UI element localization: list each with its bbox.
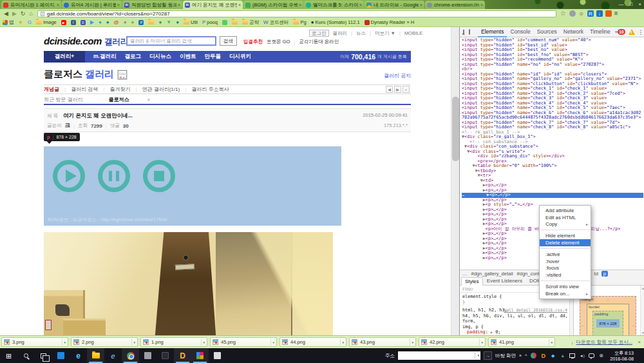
bookmark-play-blue[interactable]: ▶ <box>90 19 94 25</box>
chrome-browser[interactable] <box>122 348 139 363</box>
devtools-tab-timeline[interactable]: Timeline <box>587 27 614 37</box>
context-menu-item-delete-element[interactable]: Delete element <box>540 239 591 246</box>
menu-prev-button[interactable]: ◀ <box>386 86 393 93</box>
node-overflow-button[interactable]: … <box>462 192 465 197</box>
bookmark-folder-1[interactable] <box>148 20 154 25</box>
menu-next-button[interactable]: ▶ <box>394 86 401 93</box>
address-go-button[interactable]: → <box>484 351 492 360</box>
context-menu-item-break-on-[interactable]: Break on...▸ <box>540 290 591 297</box>
address-bar[interactable]: gall.dcinside.com/board/view/?id=closers… <box>37 10 556 17</box>
browser-tab-7[interactable]: 내 드라이브 - Google 드 × <box>365 1 424 9</box>
browser-tab-5[interactable]: (BGM) 스카이림 수백계 × <box>243 1 303 9</box>
tab-close-icon[interactable]: × <box>480 3 483 7</box>
menu-concept-posts[interactable]: 개념글 <box>44 86 59 93</box>
menu-add-button[interactable]: + <box>402 86 410 93</box>
search-button[interactable]: 검색 <box>220 36 237 46</box>
boxmodel-scrollbar[interactable]: ▲ ▼ <box>640 286 644 335</box>
bookmark-arrow-green[interactable]: ▼ <box>166 19 171 25</box>
download-item[interactable]: 44.png▾ <box>279 337 346 347</box>
pause-button[interactable] <box>98 160 130 192</box>
dom-tree-node[interactable]: <input type="hidden" name="check_6" id="… <box>462 111 643 121</box>
tab-close-icon[interactable]: × <box>238 3 241 7</box>
bookmark-star-bookmark[interactable]: ★ <box>19 19 23 25</box>
mobile-link[interactable]: MOBILE <box>404 30 422 36</box>
download-menu-caret[interactable]: ▾ <box>272 340 274 344</box>
devtools-tab-elements[interactable]: Elements <box>478 27 507 37</box>
download-item[interactable]: 45.png▾ <box>210 337 277 347</box>
news-link[interactable]: 뉴스 <box>356 30 366 37</box>
bookmark-folder-2[interactable] <box>232 20 238 25</box>
bookmark-bolt-green[interactable] <box>222 20 227 25</box>
browser-tab-2[interactable]: 유머4 게시판 | 루리웹 × <box>62 1 122 9</box>
gallery-notice-link[interactable]: 갤러리 공지 <box>384 72 411 79</box>
download-menu-caret[interactable]: ▾ <box>203 340 205 344</box>
bookmark-dynasty-reader[interactable]: Dynasty Reader » H <box>365 19 415 25</box>
inspect-element-icon[interactable] <box>463 30 464 35</box>
tray-display[interactable] <box>569 352 576 359</box>
download-menu-caret[interactable]: ▾ <box>481 340 483 344</box>
context-menu-item-edit-as-html[interactable]: Edit as HTML <box>540 214 591 221</box>
menu-gallery-search[interactable]: 갤러리 검색 <box>71 86 98 93</box>
page-scrollbar[interactable] <box>451 27 459 335</box>
warning-count-badge[interactable]: 1 <box>629 29 635 35</box>
tab-close-icon[interactable]: × <box>57 3 59 7</box>
context-menu-item--visited[interactable]: :visited <box>540 271 591 279</box>
event-listeners-tab[interactable]: Event Listeners <box>484 277 526 285</box>
browser-tab-6[interactable]: 엘더스크롤 5: 스카이림/ × <box>304 1 364 9</box>
download-menu-caret[interactable]: ▾ <box>133 340 135 344</box>
bookmark-p-blue[interactable]: P <box>138 20 144 25</box>
bookmark-google[interactable]: G <box>28 19 32 25</box>
gallery-search-input[interactable]: 갤러리 & 마이너 갤러리 검색 <box>126 36 216 46</box>
nav-mandumall[interactable]: 만두몰 <box>204 53 221 61</box>
browser-tab-1[interactable]: 유머게시판 1 페이지 | 다 × <box>1 1 61 9</box>
tray-drive[interactable]: ▲ <box>559 352 566 359</box>
box-model-border[interactable]: border padding 878 × 228 <box>587 304 629 335</box>
box-model-content[interactable]: 878 × 228 <box>596 319 620 328</box>
extension-gear[interactable] <box>569 10 576 17</box>
recent-gallery-link[interactable]: 클로저스 <box>108 96 129 103</box>
stylesheet-link[interactable]: gall_detail_20160316.css:4 <box>504 308 567 313</box>
bookmark-codecenter[interactable]: W코드센터 <box>263 19 289 26</box>
bookmark-youtube[interactable]: ▶ <box>61 20 66 25</box>
breadcrumb-item[interactable]: td <box>594 271 598 277</box>
tab-close-icon[interactable]: × <box>359 3 362 7</box>
nav-dcwiki[interactable]: 디시위키 <box>229 53 251 61</box>
bookmark-folder-strategy[interactable]: 공략 <box>242 19 259 26</box>
context-menu-item-scroll-into-view[interactable]: Scroll into view <box>540 283 591 290</box>
device-toolbar-icon[interactable] <box>469 29 470 35</box>
nav-event[interactable]: 이벤트 <box>180 53 196 61</box>
download-menu-caret[interactable]: ▾ <box>342 340 344 344</box>
download-menu-caret[interactable]: ▾ <box>64 340 66 344</box>
shelf-close-icon[interactable]: × <box>638 339 641 345</box>
bookmark-folder-image[interactable]: Image <box>36 19 57 25</box>
bookmark-at-red[interactable]: @ <box>114 19 119 25</box>
devtools-tab-console[interactable]: Console <box>507 27 533 37</box>
tray-antivirus[interactable] <box>530 352 537 359</box>
tray-app-blue[interactable]: ◆ <box>549 352 556 359</box>
bookmark-dgn[interactable]: D <box>80 20 86 25</box>
gallery-link[interactable]: 갤러리 <box>333 30 348 37</box>
context-menu-item--active[interactable]: :active <box>540 251 591 258</box>
paint-app[interactable] <box>209 348 226 363</box>
stop-button[interactable] <box>143 160 175 192</box>
bookmark-apps[interactable]: 앱 <box>3 19 14 26</box>
download-item[interactable]: 43.png▾ <box>349 337 416 347</box>
chrome-menu-icon[interactable]: ≡ <box>614 10 618 17</box>
nav-dcnews[interactable]: 디시뉴스 <box>149 53 171 61</box>
file-explorer[interactable] <box>87 348 104 363</box>
download-item[interactable]: 1.png▾ <box>140 337 207 347</box>
toolbar-overflow-icon[interactable]: » <box>519 353 522 358</box>
devtools-menu-icon[interactable]: ⋮ <box>638 29 644 35</box>
menu-related-galleries[interactable]: 연관 갤러리(1/1) <box>142 86 180 93</box>
edge-browser[interactable]: e <box>70 348 87 363</box>
box-model-margin[interactable]: margin - - - border padding 878 × 228 <box>580 296 636 335</box>
back-button[interactable]: ◀ <box>4 10 8 17</box>
download-menu-caret[interactable]: ▾ <box>412 340 413 344</box>
context-menu-item-hide-element[interactable]: Hide element <box>540 232 591 239</box>
app-gray[interactable] <box>139 348 156 363</box>
context-menu-item-add-attribute[interactable]: Add attribute <box>540 207 591 214</box>
tab-close-icon[interactable]: × <box>420 3 422 7</box>
window-minimize-button[interactable]: — <box>618 0 623 8</box>
breadcrumb-item-selected[interactable]: p <box>601 271 608 277</box>
potplayer[interactable]: D <box>174 348 191 363</box>
